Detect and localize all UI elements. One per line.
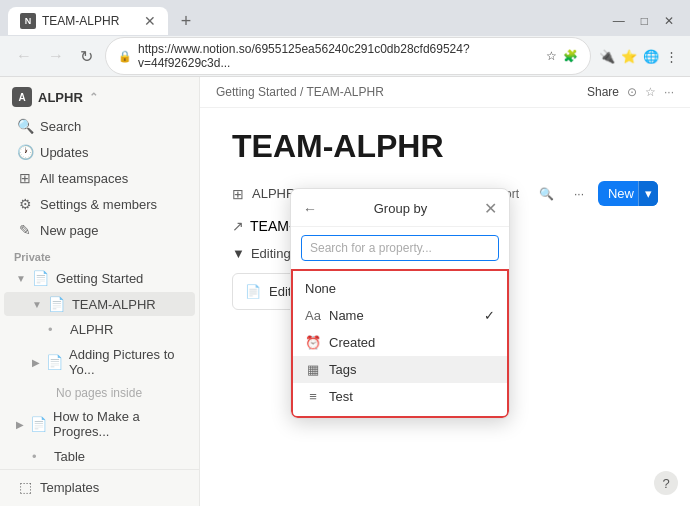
new-tab-button[interactable]: + [172,7,200,35]
adding-pictures-icon: 📄 [46,354,63,370]
new-page-icon: ✎ [16,222,34,238]
breadcrumb-text: Getting Started / TEAM-ALPHR [216,85,384,99]
history-icon[interactable]: ⊙ [627,85,637,99]
ext-icon-1[interactable]: 🔌 [599,49,615,64]
team-alphr-icon: 📄 [48,296,66,312]
updates-label: Updates [40,145,88,160]
all-teamspaces-label: All teamspaces [40,171,128,186]
created-label: Created [329,335,375,350]
workspace-name: ALPHR [38,90,83,105]
groupby-close-button[interactable]: ✕ [484,199,497,218]
close-window-icon[interactable]: ✕ [664,14,674,28]
how-to-make-label: How to Make a Progres... [53,409,183,439]
active-tab[interactable]: N TEAM-ALPHR ✕ [8,7,168,35]
getting-started-label: Getting Started [56,271,143,286]
groupby-item-none[interactable]: None [293,275,507,302]
select-type-icon: ▦ [305,362,321,377]
more-options-icon[interactable]: ··· [664,85,674,99]
search-db-icon[interactable]: 🔍 [533,184,560,204]
share-button[interactable]: Share [587,85,619,99]
groupby-popup-overlay: ← Group by ✕ None Aa Name [290,188,510,419]
adding-pictures-label: Adding Pictures to Yo... [69,347,183,377]
sidebar-item-how-to-make[interactable]: ▶ 📄 How to Make a Progres... [4,405,195,443]
sidebar-item-alphr[interactable]: • ALPHR [4,318,195,341]
private-section-label: Private [0,243,199,265]
table-bullet-icon: • [32,449,48,464]
groupby-search [291,227,509,269]
new-button[interactable]: New ▾ [598,181,658,206]
gallery-item-icon: 📄 [245,284,261,299]
address-bar[interactable]: 🔒 https://www.notion.so/6955125ea56240c2… [105,37,591,75]
date-type-icon: ⏰ [305,335,321,350]
lock-icon: 🔒 [118,50,132,63]
sidebar-item-search[interactable]: 🔍 Search [4,114,195,138]
breadcrumb-actions: Share ⊙ ☆ ··· [587,85,674,99]
team-alphr-label: TEAM-ALPHR [72,297,156,312]
more-db-icon[interactable]: ··· [568,184,590,204]
groupby-list: None Aa Name ✓ ⏰ Created ▦ [291,269,509,418]
view-arrow-icon: ↗ [232,218,244,234]
maximize-icon[interactable]: □ [641,14,648,28]
chevron-right-icon-2: ▶ [16,419,24,430]
templates-label: Templates [40,480,99,495]
browser-chrome: N TEAM-ALPHR ✕ + — □ ✕ ← → ↻ 🔒 https://w… [0,0,690,77]
sidebar-item-updates[interactable]: 🕐 Updates [4,140,195,164]
ext-icon-2[interactable]: ⭐ [621,49,637,64]
back-button[interactable]: ← [12,45,36,67]
main-content: Getting Started / TEAM-ALPHR Share ⊙ ☆ ·… [200,77,690,506]
teamspaces-icon: ⊞ [16,170,34,186]
groupby-item-name[interactable]: Aa Name ✓ [293,302,507,329]
groupby-back-button[interactable]: ← [303,201,317,217]
sidebar-bottom: ⬚ Templates ⬇ Import 🗑 Trash [0,469,199,506]
ext-icon-3[interactable]: 🌐 [643,49,659,64]
sidebar-item-new-page[interactable]: ✎ New page [4,218,195,242]
star-icon[interactable]: ☆ [645,85,656,99]
new-page-label: New page [40,223,99,238]
chevron-down-icon-2: ▼ [32,299,42,310]
workspace-header[interactable]: A ALPHR ⌃ [0,81,199,113]
sidebar-item-getting-started[interactable]: ▼ 📄 Getting Started [4,266,195,290]
minimize-icon[interactable]: — [613,14,625,28]
search-icon: 🔍 [16,118,34,134]
sidebar-item-templates[interactable]: ⬚ Templates [4,475,195,499]
sidebar-item-teamspaces[interactable]: ⊞ All teamspaces [4,166,195,190]
sidebar-item-table[interactable]: • Table [4,445,195,468]
name-label: Name [329,308,364,323]
bullet-icon: • [48,322,64,337]
alphr-label: ALPHR [70,322,113,337]
groupby-search-input[interactable] [301,235,499,261]
sidebar-item-settings[interactable]: ⚙ Settings & members [4,192,195,216]
tab-favicon: N [20,13,36,29]
workspace-chevron-icon: ⌃ [89,91,98,104]
settings-label: Settings & members [40,197,157,212]
sidebar-item-team-alphr[interactable]: ▼ 📄 TEAM-ALPHR [4,292,195,316]
bookmark-star-icon[interactable]: ☆ [546,49,557,63]
groupby-item-test[interactable]: ≡ Test [293,383,507,410]
help-button[interactable]: ? [654,471,678,495]
sidebar-item-adding-pictures[interactable]: ▶ 📄 Adding Pictures to Yo... [4,343,195,381]
forward-button[interactable]: → [44,45,68,67]
url-text: https://www.notion.so/6955125ea56240c291… [138,42,540,70]
table-label: Table [54,449,85,464]
extensions-puzzle-icon[interactable]: 🧩 [563,49,578,63]
refresh-button[interactable]: ↻ [76,45,97,68]
groupby-item-tags[interactable]: ▦ Tags [293,356,507,383]
window-controls: — □ ✕ [613,14,682,28]
search-label: Search [40,119,81,134]
tab-bar: N TEAM-ALPHR ✕ + — □ ✕ [0,0,690,36]
db-name-label: ALPHR [252,186,295,201]
groupby-item-created[interactable]: ⏰ Created [293,329,507,356]
tab-close-button[interactable]: ✕ [144,13,156,29]
groupby-popup: ← Group by ✕ None Aa Name [290,188,510,419]
getting-started-icon: 📄 [32,270,50,286]
address-bar-row: ← → ↻ 🔒 https://www.notion.so/6955125ea5… [0,36,690,76]
workspace-icon: A [12,87,32,107]
new-dropdown-icon[interactable]: ▾ [638,181,658,206]
extension-icons: 🔌 ⭐ 🌐 ⋮ [599,49,678,64]
sidebar: A ALPHR ⌃ 🔍 Search 🕐 Updates ⊞ All teams… [0,77,200,506]
no-pages-label: No pages inside [0,382,199,404]
how-to-make-icon: 📄 [30,416,47,432]
sidebar-item-import[interactable]: ⬇ Import [4,500,195,506]
browser-menu-icon[interactable]: ⋮ [665,49,678,64]
none-label: None [305,281,336,296]
